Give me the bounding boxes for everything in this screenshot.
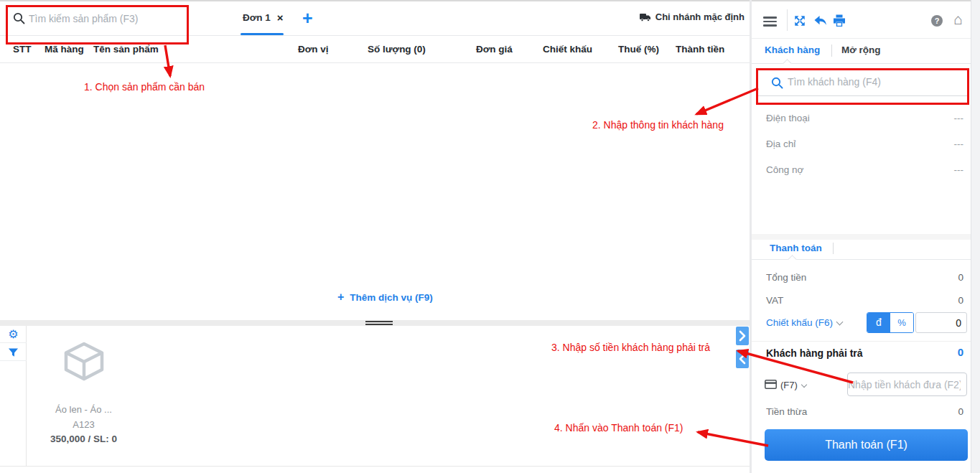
fullscreen-icon [793, 14, 806, 27]
customer-search-underline [756, 95, 967, 96]
unit-percent-button[interactable]: % [890, 313, 913, 332]
branch-label: Chi nhánh mặc định [655, 11, 745, 22]
checkout-panel: ? ⌂ Khách hàng Mở rộng Điện thoại --- Đị… [752, 1, 971, 473]
filter-button[interactable] [0, 344, 27, 361]
total-value: 0 [958, 272, 963, 283]
panel-resize-handle[interactable] [0, 320, 750, 326]
panel-tabs: Khách hàng Mở rộng [752, 39, 971, 64]
add-service-label: Thêm dịch vụ (F9) [350, 292, 433, 303]
undo-button[interactable] [813, 14, 827, 29]
close-tab-icon[interactable]: × [277, 11, 284, 24]
address-value: --- [954, 139, 964, 149]
panel-toolbar: ? ⌂ [752, 1, 971, 39]
col-don-gia: Đơn giá [476, 44, 513, 55]
payment-method-dropdown[interactable]: (F7) [780, 380, 806, 390]
customer-search-input[interactable] [788, 72, 960, 92]
product-grid-panel: ⚙ Áo len - Áo ... A123 [0, 326, 750, 467]
tab-order-1[interactable]: Đơn 1× [243, 11, 284, 36]
checkout-button[interactable]: Thanh toán (F1) [765, 429, 968, 461]
col-don-vi: Đơn vị [298, 44, 329, 55]
hairline-divider [752, 341, 971, 342]
gear-icon: ⚙ [8, 328, 18, 340]
menu-icon[interactable] [763, 17, 777, 29]
expand-right-button[interactable] [736, 327, 749, 345]
home-icon: ⌂ [953, 11, 963, 27]
customer-pay-value: 0 [958, 346, 963, 358]
vat-value: 0 [958, 295, 963, 306]
help-button[interactable]: ? [931, 15, 943, 27]
change-label: Tiền thừa [766, 406, 807, 417]
debt-value: --- [954, 164, 964, 175]
tab-divider [831, 45, 832, 57]
filter-icon [8, 347, 19, 357]
annotation-step2: 2. Nhập thông tin khách hàng [592, 119, 724, 131]
cash-received-input[interactable] [847, 373, 967, 396]
cube-icon [61, 340, 107, 383]
unit-dong-button[interactable]: đ [867, 313, 890, 332]
print-button[interactable] [833, 14, 846, 29]
product-price: 350,000 / SL: 0 [24, 432, 143, 446]
vat-label: VAT [766, 295, 783, 306]
total-label: Tổng tiền [766, 272, 806, 283]
col-ten-san-pham: Tên sản phẩm [93, 44, 159, 55]
question-icon: ? [935, 17, 940, 25]
home-button[interactable]: ⌂ [953, 11, 963, 28]
debt-label: Công nợ [766, 164, 803, 175]
active-tab-underline [241, 33, 284, 35]
collapse-left-button[interactable] [736, 350, 749, 368]
undo-icon [813, 14, 827, 27]
col-so-luong: Số lượng (0) [368, 44, 426, 55]
order-tab-label: Đơn 1 [243, 12, 271, 23]
payment-tab-divider [833, 243, 834, 254]
truck-icon [640, 13, 651, 22]
col-chiet-khau: Chiết khấu [543, 44, 592, 55]
chevron-right-icon [736, 327, 749, 345]
discount-label: Chiết khấu (F6) [766, 317, 833, 328]
right-edge-strip [971, 0, 980, 473]
tab-extended[interactable]: Mở rộng [841, 45, 881, 55]
payment-method-label: (F7) [780, 380, 798, 390]
chevron-left-icon [736, 350, 749, 368]
discount-dropdown[interactable]: Chiết khấu (F6) [766, 317, 842, 328]
payment-tab-border [752, 259, 971, 260]
product-code: A123 [24, 417, 143, 432]
print-icon [833, 14, 846, 27]
change-value: 0 [958, 406, 963, 417]
product-card[interactable]: Áo len - Áo ... A123 350,000 / SL: 0 [24, 340, 143, 446]
order-table-header: STT Mã hàng Tên sản phẩm Đơn vị Số lượng… [0, 36, 750, 63]
phone-label: Điện thoại [766, 113, 810, 123]
payment-tab-notch [788, 255, 797, 264]
payment-card-icon [765, 380, 777, 389]
col-stt: STT [13, 44, 32, 55]
add-order-button[interactable]: + [302, 7, 313, 29]
search-icon [13, 12, 25, 24]
phone-value: --- [954, 113, 964, 123]
product-name: Áo len - Áo ... [24, 402, 143, 417]
annotation-step1: 1. Chọn sản phẩm cần bán [84, 81, 205, 93]
branch-selector[interactable]: Chi nhánh mặc định [640, 11, 745, 22]
col-thanh-tien: Thành tiền [676, 44, 724, 55]
product-panel-rail: ⚙ [0, 326, 27, 467]
settings-button[interactable]: ⚙ [0, 326, 27, 343]
customer-pay-label: Khách hàng phải trả [766, 347, 863, 359]
section-divider [752, 234, 971, 240]
plus-icon: + [337, 291, 344, 303]
col-thue: Thuế (%) [618, 44, 659, 55]
address-label: Địa chỉ [766, 139, 795, 149]
fullscreen-button[interactable] [793, 14, 806, 30]
active-tab-notch [783, 59, 792, 68]
chevron-down-icon [801, 382, 807, 388]
chevron-down-icon [836, 319, 844, 326]
pos-screen: Đơn 1× + Chi nhánh mặc định STT Mã hàng … [0, 0, 980, 473]
discount-unit-toggle: đ % [867, 312, 914, 333]
toolbar-divider [787, 9, 788, 31]
col-ma-hang: Mã hàng [45, 44, 84, 55]
discount-input[interactable] [915, 312, 967, 333]
add-service-link[interactable]: +Thêm dịch vụ (F9) [337, 291, 433, 304]
product-search-input[interactable] [29, 9, 223, 29]
tab-customer[interactable]: Khách hàng [765, 45, 820, 55]
order-topbar: Đơn 1× + Chi nhánh mặc định [0, 1, 750, 36]
order-area: Đơn 1× + Chi nhánh mặc định STT Mã hàng … [0, 1, 750, 473]
customer-search-icon [771, 77, 783, 89]
tab-payment[interactable]: Thanh toán [770, 243, 822, 253]
